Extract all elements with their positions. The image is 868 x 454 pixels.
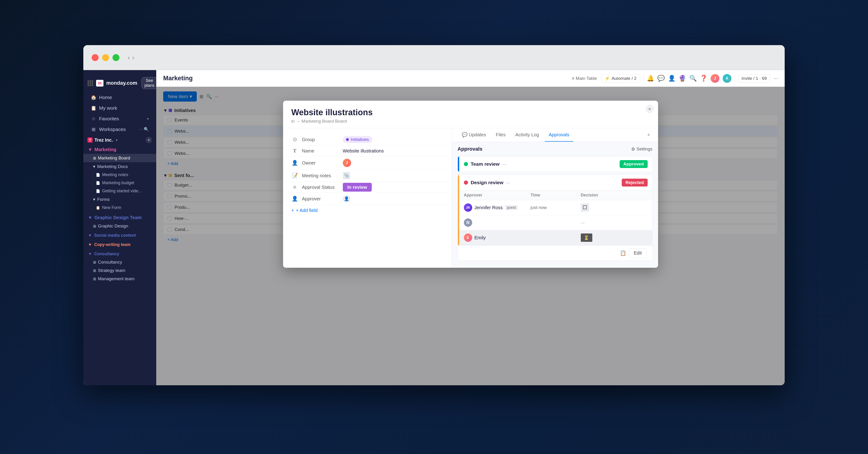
approver-field-value[interactable]: 👤 bbox=[343, 195, 443, 202]
settings-button[interactable]: ⚙ Settings bbox=[631, 147, 652, 152]
tab-activity-log[interactable]: Activity Log bbox=[511, 128, 543, 141]
team-review-more-icon[interactable]: ··· bbox=[502, 162, 506, 167]
add-field-button[interactable]: + + Add field bbox=[283, 205, 452, 216]
field-approver: 👤 Approver 👤 bbox=[283, 193, 452, 205]
expand-forms-icon: ▾ bbox=[93, 197, 95, 202]
pending-icon: ☐ bbox=[581, 203, 589, 212]
jennifer-info: JR Jennifer Ross guest bbox=[464, 203, 531, 212]
tab-files[interactable]: Files bbox=[492, 128, 510, 141]
modal-header: Website illustrations in → Marketing Boa… bbox=[283, 101, 658, 128]
sidebar-item-strategy-team[interactable]: ⊞ Strategy team bbox=[83, 266, 156, 275]
traffic-light-green[interactable] bbox=[113, 54, 119, 61]
design-review-name: Design review bbox=[471, 180, 503, 185]
group-chip: Initiatives bbox=[343, 136, 372, 143]
meeting-notes-value[interactable]: 📎 bbox=[343, 172, 443, 179]
apps-grid-icon bbox=[88, 80, 93, 86]
name-field-icon: 𝐓 bbox=[291, 148, 298, 154]
form-icon: 📋 bbox=[96, 206, 100, 210]
workspace-header[interactable]: T Trez Inc. ▾ + bbox=[83, 135, 156, 145]
topbar-more-icon[interactable]: ··· bbox=[774, 75, 778, 82]
back-button[interactable]: ‹ bbox=[128, 54, 130, 61]
page-title: Marketing bbox=[163, 75, 567, 82]
sidebar-item-management-team[interactable]: ⊞ Management team bbox=[83, 275, 156, 283]
team-review-content: Team review ··· Approved bbox=[459, 156, 652, 172]
sidebar-item-home[interactable]: 🏠 Home bbox=[85, 92, 154, 102]
sidebar-section-marketing[interactable]: ▾Marketing bbox=[83, 145, 156, 154]
browser-chrome: ‹ › bbox=[83, 45, 785, 70]
add-tab-button[interactable]: + bbox=[645, 131, 652, 139]
design-review-more-icon[interactable]: ··· bbox=[506, 180, 510, 185]
copy-icon[interactable]: 📋 bbox=[620, 250, 626, 256]
approval-table-header: Approver Time Decision bbox=[459, 190, 652, 200]
sidebar-item-new-form[interactable]: 📋 New Form bbox=[83, 204, 156, 212]
owner-field-value[interactable]: J bbox=[343, 159, 443, 167]
apps-store-icon[interactable]: 🔮 bbox=[679, 75, 686, 82]
n-more-icon[interactable]: ··· bbox=[581, 220, 585, 225]
approver-field-label: Approver bbox=[302, 196, 339, 201]
traffic-light-red[interactable] bbox=[92, 54, 99, 61]
sidebar-item-mywork[interactable]: 📋 My work bbox=[85, 103, 154, 113]
monday-logo: m bbox=[96, 80, 103, 87]
sidebar-item-graphic-design[interactable]: ⊞ Graphic Design bbox=[83, 222, 156, 230]
topbar: Marketing ≡ Main Table ⚡ Automate / 2 🔔 … bbox=[156, 70, 785, 87]
forward-button[interactable]: › bbox=[132, 54, 134, 61]
team-review-header[interactable]: Team review ··· Approved bbox=[459, 156, 652, 172]
design-review-header[interactable]: Design review ··· Rejected bbox=[459, 175, 652, 190]
edit-footer: 📋 Edit bbox=[458, 245, 652, 261]
sidebar-item-consultancy[interactable]: ⊞ Consultancy bbox=[83, 258, 156, 266]
search-icon[interactable]: 🔍 bbox=[144, 127, 149, 132]
edit-button[interactable]: Edit bbox=[629, 248, 647, 258]
sidebar-item-marketing-budget[interactable]: 📄 Marketing budget bbox=[83, 179, 156, 187]
team-review-name: Team review bbox=[471, 161, 500, 167]
automate-button[interactable]: ⚡ Automate / 2 bbox=[601, 74, 640, 83]
breadcrumb-table: ≡ Main Table bbox=[572, 76, 597, 81]
strategy-team-label: Strategy team bbox=[98, 268, 125, 273]
graphic-design-label: Graphic Design bbox=[98, 224, 128, 229]
getting-started-label: Getting started vide... bbox=[102, 189, 142, 193]
sidebar-section-social[interactable]: ▾Social media content bbox=[83, 231, 156, 239]
sidebar-section-copywriting[interactable]: ▾Copy-writing team bbox=[83, 240, 156, 249]
sidebar-item-getting-started[interactable]: 📄 Getting started vide... bbox=[83, 187, 156, 195]
emily-name: Emily bbox=[474, 235, 486, 240]
sidebar-item-marketing-docs[interactable]: ▾ Marketing Docs bbox=[83, 162, 156, 171]
tab-approvals[interactable]: Approvals bbox=[545, 128, 574, 141]
approval-table: Approver Time Decision bbox=[459, 190, 652, 245]
n-info: N bbox=[464, 219, 531, 227]
marketing-docs-label: Marketing Docs bbox=[97, 164, 128, 169]
main-content: Marketing ≡ Main Table ⚡ Automate / 2 🔔 … bbox=[156, 70, 785, 385]
field-owner: 👤 Owner J bbox=[283, 156, 452, 170]
sidebar-item-meeting-notes[interactable]: 📄 Meeting notes bbox=[83, 171, 156, 179]
help-icon[interactable]: ❓ bbox=[700, 75, 707, 82]
app-layout: m monday.com See plans 🏠 Home 📋 My work … bbox=[83, 70, 785, 385]
name-field-label: Name bbox=[302, 148, 339, 154]
search-main-icon[interactable]: 🔍 bbox=[689, 75, 697, 82]
invite-button[interactable]: Invite / 1 · 69 bbox=[738, 74, 770, 83]
workspace-dot: T bbox=[88, 137, 93, 142]
add-workspace-icon[interactable]: + bbox=[146, 137, 152, 143]
col-header-decision: Decision bbox=[581, 193, 648, 198]
traffic-light-yellow[interactable] bbox=[102, 54, 109, 61]
sidebar-section-graphic-design[interactable]: ▾Graphic Design Team bbox=[83, 213, 156, 222]
see-plans-button[interactable]: See plans bbox=[142, 77, 156, 89]
group-field-value[interactable]: Initiatives bbox=[343, 136, 443, 143]
user-avatar-teal[interactable]: A bbox=[723, 74, 732, 83]
modal-close-button[interactable]: × bbox=[646, 105, 654, 113]
user-add-icon[interactable]: 👤 bbox=[668, 75, 675, 82]
tab-updates[interactable]: 💬 Updates bbox=[458, 128, 491, 141]
sidebar-item-favorites[interactable]: ☆ Favorites ▾ bbox=[85, 114, 154, 124]
user-avatar-orange[interactable]: J bbox=[711, 74, 719, 83]
team-review-left: Team review ··· bbox=[464, 161, 506, 167]
modal-tabs: 💬 Updates Files Activity Log bbox=[452, 128, 658, 142]
sidebar-item-workspaces[interactable]: ⊞ Workspaces ··· 🔍 bbox=[85, 124, 154, 134]
mywork-icon: 📋 bbox=[91, 105, 96, 111]
group-chip-label: Initiatives bbox=[351, 137, 369, 142]
approval-status-value[interactable]: In review bbox=[343, 185, 443, 190]
sidebar-item-marketing-board[interactable]: ⊞ Marketing Board bbox=[83, 154, 156, 162]
new-form-label: New Form bbox=[102, 205, 121, 210]
sidebar-item-forms[interactable]: ▾ Forms bbox=[83, 195, 156, 204]
inbox-icon[interactable]: 💬 bbox=[657, 75, 665, 82]
management-team-label: Management team bbox=[98, 276, 134, 281]
sidebar-section-consultancy[interactable]: ▾Consultancy bbox=[83, 250, 156, 258]
notification-icon[interactable]: 🔔 bbox=[647, 75, 654, 82]
field-group: ⊙ Group Initiatives bbox=[283, 134, 452, 145]
